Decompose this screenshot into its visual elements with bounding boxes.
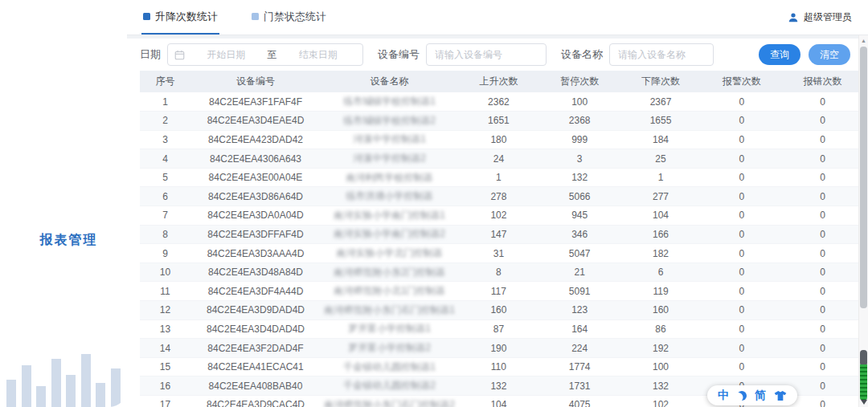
tab-door-status-stats[interactable]: 门禁状态统计 (250, 0, 328, 35)
cell-device-id: 84C2E4EA3D86A64D (190, 187, 321, 206)
cell-seq: 12 (140, 301, 190, 320)
cell-alarm-count: 0 (701, 130, 782, 149)
cell-error-count: 0 (782, 187, 863, 206)
cell-down-count: 100 (620, 357, 702, 376)
cell-device-name: 南浔师范附小北1门控制器 (321, 282, 458, 301)
cell-alarm-count: 0 (701, 301, 782, 320)
clear-button[interactable]: 清空 (809, 44, 850, 65)
cell-error-count: 0 (782, 357, 863, 376)
sidebar-item-active[interactable]: 报表管理 (10, 222, 127, 258)
user-menu[interactable]: 超级管理员 (788, 0, 852, 35)
dark-mode-button[interactable] (737, 391, 747, 401)
cell-down-count: 1655 (620, 112, 702, 131)
scroll-up-arrow[interactable]: ▲ (859, 35, 868, 46)
cell-up-count: 87 (458, 319, 539, 339)
tabs: 升降次数统计 门禁状态统计 (141, 0, 358, 35)
cell-down-count: 6 (620, 263, 702, 282)
date-range-picker[interactable]: 开始日期 至 结束日期 (167, 43, 363, 66)
cell-error-count: 0 (782, 92, 863, 112)
cell-seq: 2 (140, 112, 190, 131)
column-header: 上升次数 (458, 71, 539, 92)
cell-error-count: 0 (782, 319, 863, 339)
table-row: 13 84C2E4EA3D4DAD4D 罗开富小学控制器1 87 164 86 … (140, 319, 863, 339)
column-header: 设备名称 (321, 71, 458, 92)
cell-device-id: 84C2E4EA3F1FAF4F (190, 92, 321, 112)
cell-device-id: 84C2E4EA408BAB40 (190, 376, 321, 396)
search-button[interactable]: 查询 (759, 44, 800, 65)
cell-up-count: 180 (458, 130, 539, 149)
cell-device-id: 84C2E4EA3DFFAF4D (190, 225, 321, 244)
user-name: 超级管理员 (804, 10, 852, 24)
table-row: 15 84C2E4EA41ECAC41 千金镇幼儿园控制器1 110 1774 … (140, 357, 863, 376)
cell-device-id: 84C2E4EA3D4EAE4D (190, 112, 321, 131)
cell-device-id: 84C2E4EA3D48A84D (190, 263, 321, 282)
app-title-line2: 出入口监测平台 (0, 65, 127, 84)
cell-up-count: 132 (458, 376, 539, 396)
cell-device-name: 罗开富小学控制器1 (321, 319, 458, 339)
cell-alarm-count: 0 (701, 206, 782, 226)
cell-up-count: 147 (458, 225, 539, 244)
device-id-label: 设备编号 (378, 47, 420, 62)
cell-error-count: 0 (782, 339, 863, 358)
device-name-label: 设备名称 (561, 47, 603, 62)
cell-pause-count: 3 (539, 149, 620, 169)
theme-button[interactable] (774, 390, 787, 401)
cell-down-count: 102 (620, 396, 702, 407)
cell-alarm-count: 0 (701, 357, 782, 376)
table-body: 1 84C2E4EA3F1FAF4F 练市城镇学校控制器1 2362 100 2… (140, 92, 863, 407)
cell-alarm-count: 0 (701, 339, 782, 358)
cell-pause-count: 5047 (539, 244, 620, 263)
date-separator: 至 (268, 48, 277, 62)
cell-up-count: 110 (458, 357, 539, 376)
sidebar-item-link[interactable]: 联防管理 (0, 131, 127, 161)
cell-seq: 15 (140, 357, 190, 376)
cell-down-count: 166 (620, 225, 702, 244)
cell-pause-count: 21 (539, 263, 620, 282)
cell-seq: 17 (140, 396, 190, 407)
cell-error-count: 0 (782, 263, 863, 282)
device-name-input[interactable] (609, 43, 714, 66)
cell-pause-count: 224 (539, 339, 620, 358)
sidebar-item-link[interactable]: 学校管理 (0, 161, 127, 192)
cell-alarm-count: 0 (701, 263, 782, 282)
cell-seq: 1 (140, 92, 190, 112)
cell-pause-count: 346 (539, 225, 620, 244)
cell-down-count: 277 (620, 187, 702, 206)
cell-seq: 7 (140, 206, 190, 226)
scrollbar-thumb[interactable] (860, 47, 867, 308)
shirt-icon (774, 390, 787, 401)
cell-pause-count: 2368 (539, 112, 620, 131)
cell-down-count: 1 (620, 168, 702, 187)
cell-device-id: 84C2E4EA4306A643 (190, 149, 321, 169)
cell-alarm-count: 0 (701, 112, 782, 131)
cell-alarm-count: 0 (701, 149, 782, 169)
end-date-placeholder: 结束日期 (280, 48, 357, 62)
cell-device-name: 南浔利民学校控制器 (321, 168, 458, 187)
cell-pause-count: 164 (539, 319, 620, 339)
calendar-icon (174, 50, 185, 60)
cell-pause-count: 100 (539, 92, 620, 112)
cell-device-id: 84C2E4EA3D9DAD4D (190, 301, 321, 320)
cell-pause-count: 132 (539, 168, 620, 187)
cell-seq: 10 (140, 263, 190, 282)
table-row: 12 84C2E4EA3D9DAD4D 南浔师范附小东门石门控制器1 160 1… (140, 301, 863, 320)
cell-error-count: 0 (782, 130, 863, 149)
cell-up-count: 117 (458, 282, 539, 301)
cell-device-id: 84C2E4EA423DAD42 (190, 130, 321, 149)
sidebar-item-link[interactable]: 设备管理 (0, 100, 127, 131)
cell-down-count: 132 (620, 376, 702, 396)
table-row: 14 84C2E4EA3F2DAD4F 罗开富小学控制器2 190 224 19… (140, 339, 863, 358)
cell-down-count: 192 (620, 339, 702, 358)
cell-device-name: 浔溪中学控制器1 (321, 130, 458, 149)
table-row: 7 84C2E4EA3DA0A04D 南浔实验小学南门控制器1 102 945 … (140, 206, 863, 226)
filter-bar: 日期 开始日期 至 结束日期 设备编号 设备名称 (127, 39, 868, 71)
device-id-input[interactable] (426, 43, 547, 66)
app-window: 升降次数统计 门禁状态统计 超级管理员 日期 (0, 0, 868, 407)
table-header-row: 序号设备编号设备名称上升次数暂停次数下降次数报警次数报错次数 (140, 71, 863, 92)
simplified-chinese-button[interactable]: 简 (755, 389, 766, 403)
cell-pause-count: 1774 (539, 357, 620, 376)
cell-down-count: 184 (620, 130, 702, 149)
tab-lift-count-stats[interactable]: 升降次数统计 (141, 0, 219, 35)
cell-device-name: 练市城镇学校控制器2 (321, 112, 458, 131)
chinese-mode-button[interactable]: 中 (718, 389, 729, 403)
